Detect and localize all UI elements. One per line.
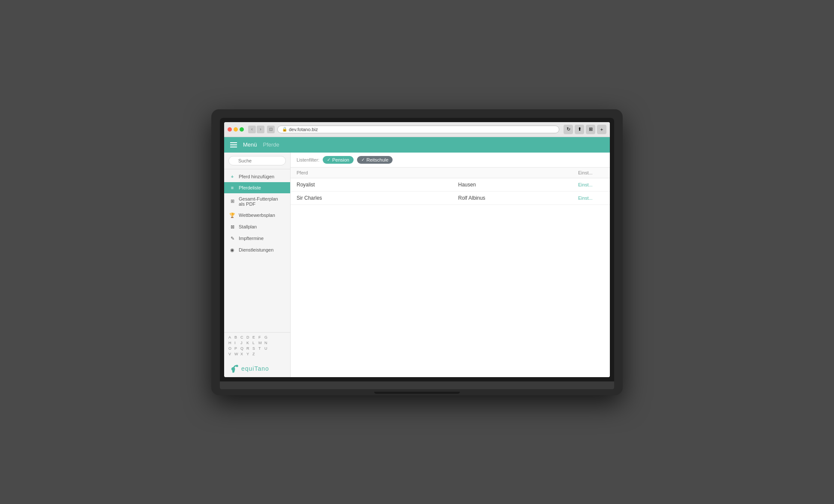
alpha-w[interactable]: W [234,352,239,356]
alpha-c[interactable]: C [240,335,245,339]
alpha-o[interactable]: O [228,346,233,351]
competition-icon: 🏆 [229,213,235,218]
browser-chrome: ‹ › ⊡ 🔒 dev.fotano.biz ↻ ⬆ ⊞ + [224,122,610,137]
content-area: Listenfilter: ✓ Pension ✓ Reitschule [291,153,610,377]
share-button[interactable]: ⬆ [575,125,584,134]
alpha-u[interactable]: U [264,346,269,351]
alpha-d[interactable]: D [246,335,251,339]
alpha-t[interactable]: T [258,346,263,351]
alpha-q[interactable]: Q [240,346,245,351]
stable-plan-icon: ⊠ [229,224,235,230]
sidebar-item-label: Stallplan [239,224,257,229]
sidebar-item-vaccinations[interactable]: ✎ Impftermine [224,233,290,244]
filter-reitschule[interactable]: ✓ Reitschule [357,156,393,164]
app-main: 🔍 + Pferd hinzufügen [224,153,610,377]
browser-actions: ↻ ⬆ ⊞ + [564,125,606,134]
close-button[interactable] [228,127,232,132]
laptop-foot [374,392,460,394]
add-horse-icon: + [229,174,235,179]
search-wrapper: 🔍 [228,156,286,165]
tab-bar: 🔒 dev.fotano.biz [277,126,559,133]
search-input[interactable] [228,156,286,165]
sidebar-item-feed-plan[interactable]: ⊞ Gesamt-Futterplan als PDF [224,193,290,210]
table-row[interactable]: Sir Charles Rolf Albinus Einst... [291,192,610,205]
pension-label: Pension [332,157,349,162]
more-button[interactable]: + [597,125,606,134]
traffic-lights [228,127,244,132]
vaccination-icon: ✎ [229,236,235,241]
services-icon: ◉ [229,247,235,253]
filter-label: Listenfilter: [297,157,319,162]
topbar-section: Pferde [263,141,279,148]
sidebar-item-label: Impftermine [239,236,264,241]
alpha-g[interactable]: G [264,335,269,339]
menu-icon[interactable] [230,142,237,147]
alpha-x[interactable]: X [240,352,245,356]
refresh-button[interactable]: ↻ [564,125,573,134]
col-header-horse: Pferd [297,170,458,175]
browser-nav: ‹ › [248,126,264,133]
browser-window: ‹ › ⊡ 🔒 dev.fotano.biz ↻ ⬆ ⊞ + [224,122,610,377]
alpha-z[interactable]: Z [252,352,257,356]
alpha-l[interactable]: L [252,341,257,345]
alpha-h[interactable]: H [228,341,233,345]
alpha-r[interactable]: R [246,346,251,351]
minimize-button[interactable] [234,127,238,132]
alpha-e[interactable]: E [252,335,257,339]
sidebar-item-label: Pferd hinzufügen [239,174,274,179]
laptop-bottom [220,389,614,395]
alpha-i[interactable]: I [234,341,239,345]
alpha-p[interactable]: P [234,346,239,351]
sidebar: 🔍 + Pferd hinzufügen [224,153,291,377]
sidebar-item-competition[interactable]: 🏆 Wettbewerbsplan [224,210,290,221]
sidebar-nav: + Pferd hinzufügen ≡ Pferdeliste ⊞ [224,169,290,332]
logo-text: equiTano [241,365,269,372]
alpha-row-2: H I J K L M N [228,341,286,345]
alpha-j[interactable]: J [240,341,245,345]
address-bar[interactable]: 🔒 dev.fotano.biz [277,126,559,133]
menu-label[interactable]: Menü [243,141,257,148]
sidebar-item-stable-plan[interactable]: ⊠ Stallplan [224,221,290,233]
sidebar-item-label: Pferdeliste [239,185,261,190]
alpha-a[interactable]: A [228,335,233,339]
alpha-b[interactable]: B [234,335,239,339]
alpha-n[interactable]: N [264,341,269,345]
horse-action-royalist[interactable]: Einst... [578,182,604,187]
url-display: dev.fotano.biz [289,127,318,132]
logo-horse-icon [229,363,240,374]
list-filter-bar: Listenfilter: ✓ Pension ✓ Reitschule [291,153,610,168]
forward-button[interactable]: › [257,126,264,133]
lock-icon: 🔒 [282,127,287,132]
horse-owner-royalist: Hausen [458,182,578,188]
alphabet-nav: A B C D E F G H I J [224,332,290,360]
sidebar-item-label: Dienstleistungen [239,247,273,252]
sidebar-item-label: Wettbewerbsplan [239,213,275,218]
table-header: Pferd Einst... [291,168,610,178]
sidebar-item-services[interactable]: ◉ Dienstleistungen [224,244,290,256]
screen-bezel: ‹ › ⊡ 🔒 dev.fotano.biz ↻ ⬆ ⊞ + [220,118,614,381]
alpha-v[interactable]: V [228,352,233,356]
alpha-f[interactable]: F [258,335,263,339]
alpha-m[interactable]: M [258,341,263,345]
app-container: Menü Pferde 🔍 [224,137,610,377]
sidebar-logo: equiTano [224,360,290,377]
alpha-s[interactable]: S [252,346,257,351]
sidebar-item-add-horse[interactable]: + Pferd hinzufügen [224,171,290,182]
feed-plan-icon: ⊞ [229,198,235,204]
filter-pension[interactable]: ✓ Pension [323,156,354,164]
app-topbar: Menü Pferde [224,137,610,153]
bookmark-button[interactable]: ⊞ [586,125,595,134]
maximize-button[interactable] [240,127,244,132]
table-row[interactable]: Royalist Hausen Einst... [291,178,610,192]
search-box: 🔍 [224,153,290,169]
horse-action-sir-charles[interactable]: Einst... [578,195,604,201]
alpha-k[interactable]: K [246,341,251,345]
reitschule-label: Reitschule [366,157,388,162]
alpha-y[interactable]: Y [246,352,251,356]
sidebar-item-horse-list[interactable]: ≡ Pferdeliste [224,182,290,193]
laptop-frame: ‹ › ⊡ 🔒 dev.fotano.biz ↻ ⬆ ⊞ + [211,109,623,395]
back-button[interactable]: ‹ [248,126,256,133]
view-button[interactable]: ⊡ [267,126,275,133]
horse-name-royalist: Royalist [297,182,458,188]
pension-check-icon: ✓ [327,157,330,162]
